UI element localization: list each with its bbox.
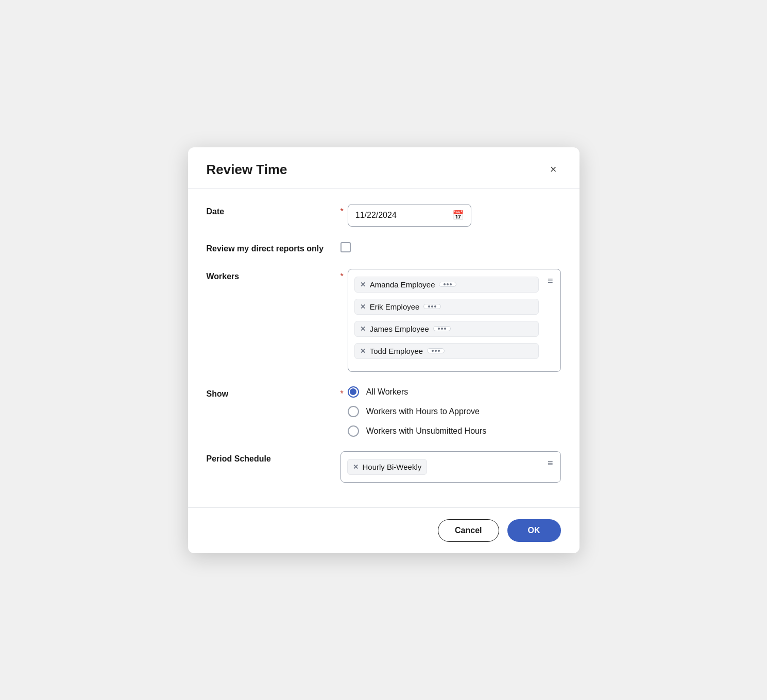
ok-button[interactable]: OK [507,519,561,542]
worker-remove[interactable]: ✕ [360,325,366,333]
worker-name: James Employee [370,325,429,333]
show-radio-group: All WorkersWorkers with Hours to Approve… [348,386,561,437]
dialog-title: Review Time [207,162,287,178]
period-schedule-row: Period Schedule ≡ ✕ Hourly Bi-Weekly [207,451,561,483]
show-row: Show * All WorkersWorkers with Hours to … [207,386,561,437]
worker-remove[interactable]: ✕ [360,281,366,288]
workers-list: ✕ Amanda Employee ✕ Erik Employee ✕ Jame… [354,275,554,361]
calendar-icon: 📅 [452,210,464,221]
radio-label: Workers with Unsubmitted Hours [366,426,487,436]
date-label: Date [207,204,340,216]
date-value: 11/22/2024 [355,211,452,220]
radio-option[interactable]: Workers with Hours to Approve [348,406,561,417]
period-schedule-label: Period Schedule [207,451,340,464]
date-input[interactable]: 11/22/2024 📅 [348,204,471,227]
radio-option[interactable]: All Workers [348,386,561,398]
show-content: All WorkersWorkers with Hours to Approve… [348,386,561,437]
radio-label: Workers with Hours to Approve [366,407,480,416]
workers-box[interactable]: ≡ ✕ Amanda Employee ✕ Erik Employee ✕ Ja… [348,269,561,372]
dialog-body: Date * 11/22/2024 📅 Review my direct rep… [188,189,579,507]
workers-list-icon: ≡ [548,276,553,286]
worker-dots[interactable] [427,348,445,353]
worker-dots[interactable] [433,326,451,331]
worker-remove[interactable]: ✕ [360,303,366,311]
close-button[interactable]: × [546,162,561,177]
date-row: Date * 11/22/2024 📅 [207,204,561,227]
period-schedule-box[interactable]: ≡ ✕ Hourly Bi-Weekly [340,451,561,483]
worker-name: Amanda Employee [370,280,435,289]
period-schedule-tag: ✕ Hourly Bi-Weekly [347,459,428,475]
worker-dots[interactable] [423,304,441,309]
direct-reports-checkbox[interactable] [340,242,351,252]
direct-reports-label: Review my direct reports only [207,241,340,253]
period-schedule-content: ≡ ✕ Hourly Bi-Weekly [340,451,561,483]
review-time-dialog: Review Time × Date * 11/22/2024 📅 Review… [188,147,579,553]
workers-required-star: * [340,269,344,281]
show-required-star: * [340,386,344,399]
radio-label: All Workers [366,387,408,397]
cancel-button[interactable]: Cancel [438,519,499,542]
radio-option[interactable]: Workers with Unsubmitted Hours [348,425,561,437]
worker-name: Erik Employee [370,302,420,311]
period-schedule-remove[interactable]: ✕ [353,463,359,471]
dialog-footer: Cancel OK [188,507,579,553]
worker-remove[interactable]: ✕ [360,347,366,355]
radio-circle[interactable] [348,425,359,437]
worker-tag: ✕ James Employee [354,321,539,337]
period-schedule-list-icon: ≡ [548,458,553,469]
workers-label: Workers [207,269,340,281]
radio-circle[interactable] [348,406,359,417]
direct-reports-content [340,241,561,254]
show-label: Show [207,386,340,399]
date-required-star: * [340,204,344,216]
worker-tag: ✕ Todd Employee [354,343,539,359]
worker-dots[interactable] [439,282,456,287]
workers-content: ≡ ✕ Amanda Employee ✕ Erik Employee ✕ Ja… [348,269,561,372]
workers-row: Workers * ≡ ✕ Amanda Employee ✕ Erik Emp… [207,269,561,372]
date-content: 11/22/2024 📅 [348,204,561,227]
period-schedule-value: Hourly Bi-Weekly [363,463,422,471]
worker-tag: ✕ Erik Employee [354,299,539,315]
radio-circle[interactable] [348,386,359,398]
worker-tag: ✕ Amanda Employee [354,277,539,293]
worker-name: Todd Employee [370,347,423,355]
dialog-header: Review Time × [188,147,579,189]
direct-reports-row: Review my direct reports only [207,241,561,254]
